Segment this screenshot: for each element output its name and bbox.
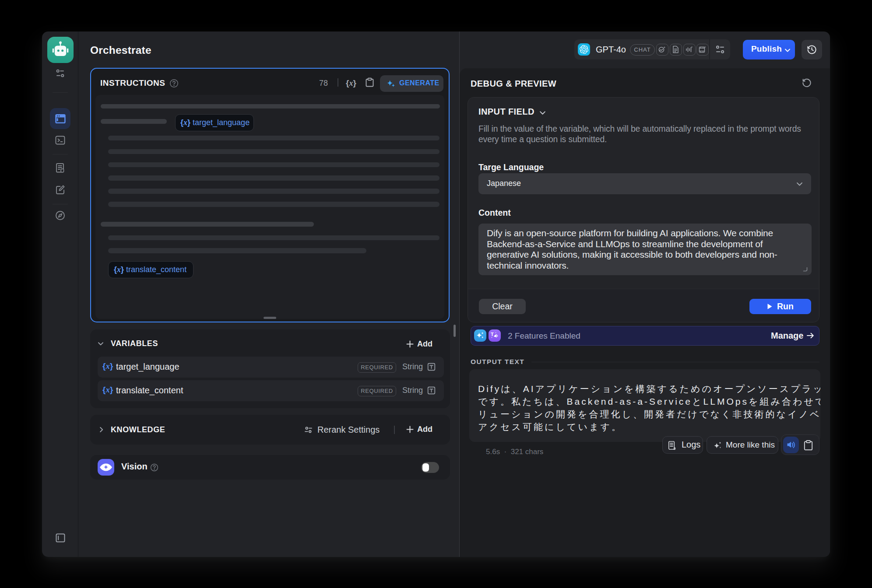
svg-text:T: T [491,332,494,337]
